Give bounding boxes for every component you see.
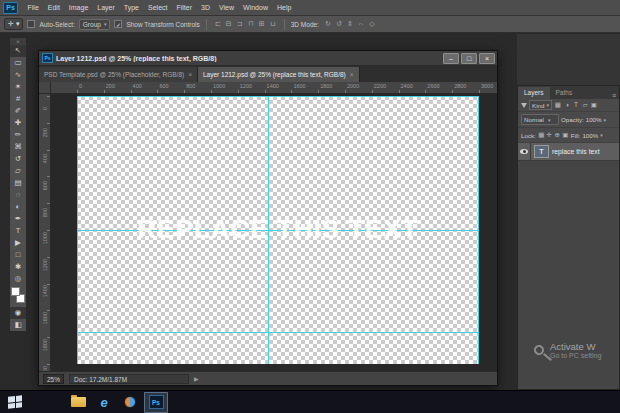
- canvas[interactable]: REPLACE THIS TEXT: [77, 96, 479, 364]
- filter-smart-objects-icon[interactable]: ▣: [590, 101, 598, 109]
- menu-item[interactable]: Window: [239, 4, 273, 11]
- menu-item[interactable]: File: [23, 4, 43, 11]
- maximize-button[interactable]: □: [461, 53, 477, 64]
- toolbar-collapse-icon[interactable]: «: [10, 38, 26, 45]
- eyedropper-tool[interactable]: ✐: [10, 105, 26, 117]
- tab-close-icon[interactable]: ×: [188, 71, 192, 78]
- window-controls: – □ ×: [443, 53, 495, 64]
- guide-horizontal[interactable]: [77, 96, 479, 97]
- lock-pixels-icon[interactable]: ✛: [546, 131, 553, 139]
- lock-transparency-icon[interactable]: ▦: [538, 131, 545, 139]
- zoom-level[interactable]: 25%: [43, 374, 64, 384]
- ruler-mark: 400: [42, 154, 48, 163]
- ruler-mark: 1200: [42, 259, 48, 271]
- quick-mask-icon[interactable]: ◉: [10, 307, 26, 319]
- show-transform-controls-checkbox[interactable]: ✓: [114, 20, 122, 28]
- auto-select-checkbox[interactable]: [27, 20, 35, 28]
- 3d-rotate-icon[interactable]: ↻: [323, 20, 333, 28]
- gradient-tool[interactable]: ▤: [10, 177, 26, 189]
- pen-tool[interactable]: ✒: [10, 213, 26, 225]
- hand-tool[interactable]: ✱: [10, 261, 26, 273]
- window-titlebar[interactable]: Ps Layer 1212.psd @ 25% (replace this te…: [39, 51, 497, 66]
- menu-item[interactable]: Edit: [43, 4, 64, 11]
- tab-close-icon[interactable]: ×: [350, 71, 354, 78]
- rectangular-marquee-tool[interactable]: ▭: [10, 57, 26, 69]
- type-layer-thumbnail[interactable]: T: [534, 145, 549, 158]
- align-left-edges-icon[interactable]: ⊏: [213, 20, 223, 28]
- align-right-edges-icon[interactable]: ⊐: [235, 20, 245, 28]
- filter-shape-layers-icon[interactable]: ▱: [581, 101, 589, 109]
- menu-item[interactable]: Type: [119, 4, 143, 11]
- menu-item[interactable]: 3D: [197, 4, 215, 11]
- foreground-color-swatch[interactable]: [11, 287, 20, 296]
- path-selection-tool[interactable]: ▶: [10, 237, 26, 249]
- filter-adjustment-layers-icon[interactable]: ◑: [563, 101, 571, 109]
- filter-type-layers-icon[interactable]: T: [572, 101, 580, 109]
- taskbar-media-player[interactable]: [118, 392, 142, 413]
- left-ruler[interactable]: 0200400600800100012001400160018002000: [39, 94, 51, 373]
- placeholder-text-layer[interactable]: REPLACE THIS TEXT: [77, 214, 479, 245]
- menu-item[interactable]: Help: [272, 4, 295, 11]
- tab-paths[interactable]: Paths: [550, 87, 579, 99]
- auto-select-target-dropdown[interactable]: Group ▾: [79, 19, 111, 30]
- clone-stamp-tool[interactable]: ⌘: [10, 141, 26, 153]
- lock-all-icon[interactable]: ▣: [562, 131, 569, 139]
- lasso-tool[interactable]: ∿: [10, 69, 26, 81]
- dodge-tool[interactable]: ◐: [10, 201, 26, 213]
- show-transform-controls-label: Show Transform Controls: [126, 21, 199, 28]
- crop-tool[interactable]: #: [10, 93, 26, 105]
- eraser-tool[interactable]: ▱: [10, 165, 26, 177]
- guide-horizontal[interactable]: [77, 332, 479, 333]
- 3d-slide-icon[interactable]: ⇔: [356, 20, 366, 28]
- document-window: Ps Layer 1212.psd @ 25% (replace this te…: [38, 50, 498, 386]
- tab-label: Layer 1212.psd @ 25% (replace this text,…: [203, 71, 346, 78]
- filter-funnel-icon[interactable]: [521, 103, 527, 108]
- menu-item[interactable]: Filter: [172, 4, 197, 11]
- 3d-roll-icon[interactable]: ↺: [334, 20, 344, 28]
- type-tool[interactable]: T: [10, 225, 26, 237]
- 3d-scale-icon[interactable]: ◇: [367, 20, 377, 28]
- zoom-tool[interactable]: ◎: [10, 273, 26, 285]
- ruler-mark: 2600: [425, 82, 452, 89]
- status-menu-arrow-icon[interactable]: ▶: [194, 375, 199, 382]
- layer-row-selected[interactable]: T replace this text: [518, 143, 619, 161]
- blur-tool[interactable]: ◌: [10, 189, 26, 201]
- align-top-edges-icon[interactable]: ⊓: [246, 20, 256, 28]
- screen-mode-icon[interactable]: ◧: [10, 319, 26, 331]
- quick-selection-tool[interactable]: ✶: [10, 81, 26, 93]
- lock-position-icon[interactable]: ⊕: [554, 131, 561, 139]
- tab-layers[interactable]: Layers: [518, 87, 550, 99]
- panel-menu-icon[interactable]: ≡: [612, 92, 619, 99]
- tool-preset-badge[interactable]: ✛ ▾: [4, 18, 23, 30]
- document-tab-psd-template[interactable]: PSD Template.psd @ 25% (Placeholder, RGB…: [39, 67, 198, 82]
- taskbar-photoshop[interactable]: Ps: [144, 392, 168, 413]
- start-button[interactable]: [0, 391, 30, 413]
- close-button[interactable]: ×: [479, 53, 495, 64]
- brush-tool[interactable]: ✏: [10, 129, 26, 141]
- history-brush-tool[interactable]: ↺: [10, 153, 26, 165]
- menu-item[interactable]: Layer: [93, 4, 120, 11]
- opacity-value[interactable]: 100%: [586, 116, 602, 123]
- top-ruler[interactable]: 0200400600800100012001400160018002000220…: [51, 82, 497, 94]
- filter-pixel-layers-icon[interactable]: ▦: [554, 101, 562, 109]
- filter-kind-dropdown[interactable]: Kind ▾: [529, 100, 552, 110]
- blend-mode-dropdown[interactable]: Normal ▾: [521, 114, 559, 125]
- move-tool[interactable]: ↖: [10, 45, 26, 57]
- visibility-toggle[interactable]: [518, 143, 531, 160]
- menu-item[interactable]: View: [215, 4, 239, 11]
- document-tab-layer-1212[interactable]: Layer 1212.psd @ 25% (replace this text,…: [198, 67, 360, 82]
- menu-bar: Ps FileEditImageLayerTypeSelectFilter3DV…: [0, 0, 620, 16]
- taskbar-internet-explorer[interactable]: e: [92, 392, 116, 413]
- 3d-drag-icon[interactable]: ⇕: [345, 20, 355, 28]
- layer-name[interactable]: replace this text: [552, 148, 600, 155]
- align-vertical-centers-icon[interactable]: ⊞: [257, 20, 267, 28]
- minimize-button[interactable]: –: [443, 53, 459, 64]
- align-horizontal-centers-icon[interactable]: ⊟: [224, 20, 234, 28]
- shape-tool[interactable]: □: [10, 249, 26, 261]
- taskbar-file-explorer[interactable]: [66, 392, 90, 413]
- menu-item[interactable]: Select: [144, 4, 172, 11]
- fill-value[interactable]: 100%: [582, 132, 598, 139]
- menu-item[interactable]: Image: [64, 4, 92, 11]
- healing-brush-tool[interactable]: ✚: [10, 117, 26, 129]
- align-bottom-edges-icon[interactable]: ⊔: [268, 20, 278, 28]
